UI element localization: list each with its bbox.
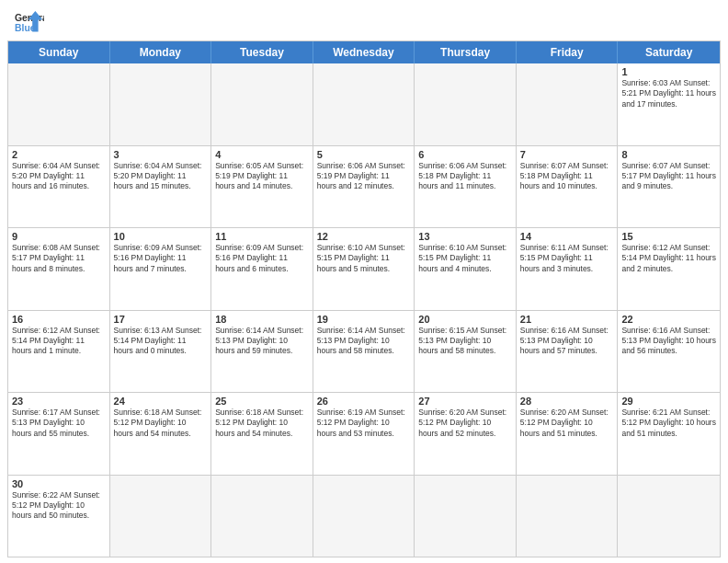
day-info: Sunrise: 6:16 AM Sunset: 5:13 PM Dayligh… [520, 326, 614, 357]
calendar-cell: 17Sunrise: 6:13 AM Sunset: 5:14 PM Dayli… [110, 311, 212, 393]
weekday-header-thursday: Thursday [415, 41, 517, 63]
calendar-cell: 29Sunrise: 6:21 AM Sunset: 5:12 PM Dayli… [618, 393, 720, 475]
day-number: 19 [317, 314, 411, 325]
day-number: 22 [621, 314, 716, 325]
day-number: 23 [12, 396, 106, 407]
calendar-cell: 20Sunrise: 6:15 AM Sunset: 5:13 PM Dayli… [415, 311, 517, 393]
day-number: 4 [215, 149, 309, 160]
calendar-cell [110, 63, 212, 145]
day-info: Sunrise: 6:09 AM Sunset: 5:16 PM Dayligh… [215, 243, 309, 274]
day-number: 7 [520, 149, 614, 160]
weekday-header-tuesday: Tuesday [211, 41, 313, 63]
day-info: Sunrise: 6:16 AM Sunset: 5:13 PM Dayligh… [621, 326, 716, 357]
calendar-row-0: 1Sunrise: 6:03 AM Sunset: 5:21 PM Daylig… [8, 63, 720, 145]
day-number: 13 [418, 231, 512, 242]
day-info: Sunrise: 6:18 AM Sunset: 5:12 PM Dayligh… [215, 408, 309, 439]
calendar-cell: 1Sunrise: 6:03 AM Sunset: 5:21 PM Daylig… [618, 63, 720, 145]
day-info: Sunrise: 6:10 AM Sunset: 5:15 PM Dayligh… [317, 243, 411, 274]
day-info: Sunrise: 6:19 AM Sunset: 5:12 PM Dayligh… [317, 408, 411, 439]
calendar-cell: 23Sunrise: 6:17 AM Sunset: 5:13 PM Dayli… [8, 393, 110, 475]
day-number: 14 [520, 231, 614, 242]
calendar-cell: 21Sunrise: 6:16 AM Sunset: 5:13 PM Dayli… [517, 311, 619, 393]
calendar-cell: 25Sunrise: 6:18 AM Sunset: 5:12 PM Dayli… [211, 393, 313, 475]
day-info: Sunrise: 6:18 AM Sunset: 5:12 PM Dayligh… [114, 408, 208, 439]
calendar-cell [8, 63, 110, 145]
calendar-row-4: 23Sunrise: 6:17 AM Sunset: 5:13 PM Dayli… [8, 392, 720, 475]
calendar-header: SundayMondayTuesdayWednesdayThursdayFrid… [8, 41, 720, 63]
day-info: Sunrise: 6:10 AM Sunset: 5:15 PM Dayligh… [418, 243, 512, 274]
day-info: Sunrise: 6:20 AM Sunset: 5:12 PM Dayligh… [418, 408, 512, 439]
day-number: 28 [520, 396, 614, 407]
calendar-row-1: 2Sunrise: 6:04 AM Sunset: 5:20 PM Daylig… [8, 145, 720, 228]
calendar-row-5: 30Sunrise: 6:22 AM Sunset: 5:12 PM Dayli… [8, 475, 720, 557]
day-number: 25 [215, 396, 309, 407]
calendar-cell: 12Sunrise: 6:10 AM Sunset: 5:15 PM Dayli… [313, 228, 415, 310]
day-info: Sunrise: 6:17 AM Sunset: 5:13 PM Dayligh… [12, 408, 106, 439]
day-number: 11 [215, 231, 309, 242]
calendar-cell: 4Sunrise: 6:05 AM Sunset: 5:19 PM Daylig… [211, 146, 313, 228]
calendar-cell: 7Sunrise: 6:07 AM Sunset: 5:18 PM Daylig… [517, 146, 619, 228]
day-info: Sunrise: 6:12 AM Sunset: 5:14 PM Dayligh… [12, 326, 106, 357]
weekday-header-wednesday: Wednesday [313, 41, 415, 63]
calendar-cell: 26Sunrise: 6:19 AM Sunset: 5:12 PM Dayli… [313, 393, 415, 475]
calendar-cell: 19Sunrise: 6:14 AM Sunset: 5:13 PM Dayli… [313, 311, 415, 393]
day-info: Sunrise: 6:11 AM Sunset: 5:15 PM Dayligh… [520, 243, 614, 274]
day-info: Sunrise: 6:13 AM Sunset: 5:14 PM Dayligh… [114, 326, 208, 357]
day-info: Sunrise: 6:15 AM Sunset: 5:13 PM Dayligh… [418, 326, 512, 357]
day-number: 24 [114, 396, 208, 407]
day-number: 15 [621, 231, 716, 242]
day-number: 6 [418, 149, 512, 160]
logo: General Blue [15, 9, 44, 35]
day-number: 3 [114, 149, 208, 160]
day-number: 10 [114, 231, 208, 242]
calendar-cell: 22Sunrise: 6:16 AM Sunset: 5:13 PM Dayli… [618, 311, 720, 393]
calendar-cell: 16Sunrise: 6:12 AM Sunset: 5:14 PM Dayli… [8, 311, 110, 393]
calendar-cell: 13Sunrise: 6:10 AM Sunset: 5:15 PM Dayli… [415, 228, 517, 310]
calendar-cell: 8Sunrise: 6:07 AM Sunset: 5:17 PM Daylig… [618, 146, 720, 228]
calendar-cell: 3Sunrise: 6:04 AM Sunset: 5:20 PM Daylig… [110, 146, 212, 228]
calendar-cell: 30Sunrise: 6:22 AM Sunset: 5:12 PM Dayli… [8, 476, 110, 557]
calendar-body: 1Sunrise: 6:03 AM Sunset: 5:21 PM Daylig… [8, 63, 720, 557]
day-info: Sunrise: 6:04 AM Sunset: 5:20 PM Dayligh… [114, 161, 208, 192]
calendar-cell: 15Sunrise: 6:12 AM Sunset: 5:14 PM Dayli… [618, 228, 720, 310]
weekday-header-sunday: Sunday [8, 41, 110, 63]
calendar-cell: 11Sunrise: 6:09 AM Sunset: 5:16 PM Dayli… [211, 228, 313, 310]
day-info: Sunrise: 6:08 AM Sunset: 5:17 PM Dayligh… [12, 243, 106, 274]
calendar-cell [415, 63, 517, 145]
calendar-cell [313, 476, 415, 557]
calendar-cell [618, 476, 720, 557]
day-info: Sunrise: 6:06 AM Sunset: 5:19 PM Dayligh… [317, 161, 411, 192]
day-info: Sunrise: 6:20 AM Sunset: 5:12 PM Dayligh… [520, 408, 614, 439]
day-info: Sunrise: 6:03 AM Sunset: 5:21 PM Dayligh… [621, 78, 716, 109]
day-info: Sunrise: 6:14 AM Sunset: 5:13 PM Dayligh… [317, 326, 411, 357]
day-info: Sunrise: 6:04 AM Sunset: 5:20 PM Dayligh… [12, 161, 106, 192]
day-number: 5 [317, 149, 411, 160]
calendar-cell: 6Sunrise: 6:06 AM Sunset: 5:18 PM Daylig… [415, 146, 517, 228]
page: General Blue SundayMondayTuesdayWednesda… [0, 0, 728, 563]
day-info: Sunrise: 6:07 AM Sunset: 5:17 PM Dayligh… [621, 161, 716, 192]
weekday-header-friday: Friday [517, 41, 619, 63]
weekday-header-saturday: Saturday [618, 41, 720, 63]
day-number: 12 [317, 231, 411, 242]
day-number: 20 [418, 314, 512, 325]
calendar-cell: 2Sunrise: 6:04 AM Sunset: 5:20 PM Daylig… [8, 146, 110, 228]
calendar-cell [110, 476, 212, 557]
calendar-cell [211, 476, 313, 557]
calendar: SundayMondayTuesdayWednesdayThursdayFrid… [7, 40, 721, 557]
calendar-row-2: 9Sunrise: 6:08 AM Sunset: 5:17 PM Daylig… [8, 227, 720, 310]
calendar-cell: 14Sunrise: 6:11 AM Sunset: 5:15 PM Dayli… [517, 228, 619, 310]
header: General Blue [0, 0, 728, 40]
calendar-cell [211, 63, 313, 145]
calendar-cell: 18Sunrise: 6:14 AM Sunset: 5:13 PM Dayli… [211, 311, 313, 393]
calendar-cell: 24Sunrise: 6:18 AM Sunset: 5:12 PM Dayli… [110, 393, 212, 475]
day-number: 18 [215, 314, 309, 325]
day-number: 16 [12, 314, 106, 325]
calendar-cell [517, 476, 619, 557]
calendar-cell [415, 476, 517, 557]
day-info: Sunrise: 6:09 AM Sunset: 5:16 PM Dayligh… [114, 243, 208, 274]
day-info: Sunrise: 6:07 AM Sunset: 5:18 PM Dayligh… [520, 161, 614, 192]
day-info: Sunrise: 6:05 AM Sunset: 5:19 PM Dayligh… [215, 161, 309, 192]
generalblue-logo-icon: General Blue [15, 9, 44, 35]
day-info: Sunrise: 6:06 AM Sunset: 5:18 PM Dayligh… [418, 161, 512, 192]
day-number: 8 [621, 149, 716, 160]
